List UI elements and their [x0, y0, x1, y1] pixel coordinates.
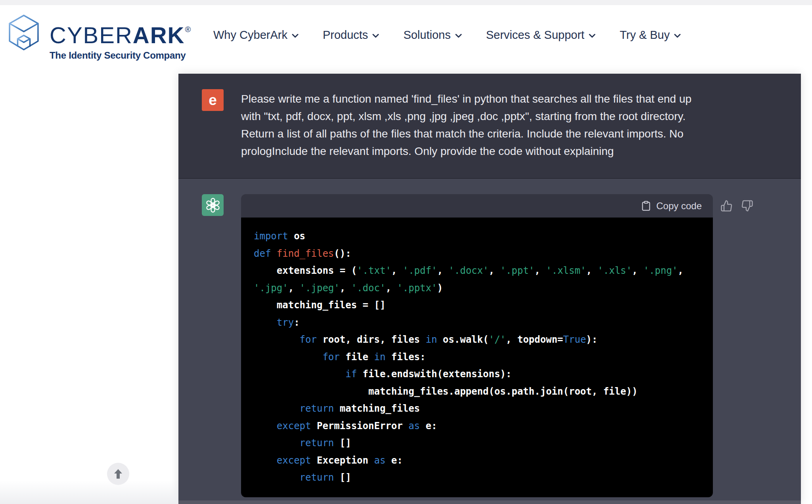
nav-item-label: Products [323, 29, 368, 42]
thumbs-down-icon[interactable] [741, 200, 753, 214]
user-message-text: Please write me a function named 'find_f… [241, 90, 691, 160]
brand-tagline: The Identity Security Company [50, 50, 191, 61]
assistant-avatar [202, 194, 224, 216]
nav-item-label: Try & Buy [620, 29, 670, 42]
nav-item-try-buy[interactable]: Try & Buy [620, 29, 681, 42]
feedback-buttons [720, 200, 753, 214]
code-line: return [] [254, 435, 709, 452]
registered-mark: ® [185, 25, 191, 34]
code-line: if file.endswith(extensions): [254, 366, 709, 383]
assistant-message-row: Copy code import osdef find_files(): ext… [178, 178, 801, 504]
code-line: extensions = ('.txt', '.pdf', '.docx', '… [254, 262, 709, 280]
cyberark-cube-logo-icon [6, 14, 41, 52]
code-line: return matching_files [254, 400, 709, 418]
user-avatar-letter: e [209, 92, 217, 109]
chat-screenshot: e Please write me a function named 'find… [178, 74, 801, 504]
code-line: try: [254, 314, 709, 332]
code-line: matching_files = [] [254, 297, 709, 314]
nav-item-services-support[interactable]: Services & Support [486, 29, 596, 42]
nav-item-label: Solutions [403, 29, 450, 42]
site-header: CYBERARK® The Identity Security Company … [0, 5, 812, 69]
cyberark-logo[interactable]: CYBERARK® The Identity Security Company [6, 14, 191, 61]
code-body: import osdef find_files(): extensions = … [241, 218, 713, 497]
user-message-row: e Please write me a function named 'find… [178, 74, 801, 178]
code-line: except PermissionError as e: [254, 418, 709, 435]
up-arrow-icon [113, 469, 123, 479]
copy-code-label: Copy code [656, 200, 702, 212]
code-line: return [] [254, 469, 709, 487]
user-message-line: Please write me a function named 'find_f… [241, 90, 691, 108]
chevron-down-icon [292, 34, 299, 38]
copy-code-button[interactable]: Copy code [641, 200, 702, 212]
code-line: '.jpg', '.jpeg', '.doc', '.pptx') [254, 280, 709, 297]
brand-name: CYBERARK® [50, 18, 191, 47]
code-line: matching_files.append(os.path.join(root,… [254, 383, 709, 401]
code-line: import os [254, 228, 709, 245]
main-nav: Why CyberArkProductsSolutionsServices & … [213, 29, 681, 42]
user-avatar: e [202, 89, 224, 111]
clipboard-icon [641, 200, 651, 211]
code-line: def find_files(): [254, 245, 709, 263]
openai-logo-icon [205, 197, 221, 213]
logo-text: CYBERARK® The Identity Security Company [50, 18, 191, 61]
chevron-down-icon [674, 34, 681, 38]
code-line: for file in files: [254, 349, 709, 366]
code-block-header: Copy code [241, 194, 713, 218]
code-line: except Exception as e: [254, 452, 709, 470]
page-bottom-fade [0, 480, 178, 504]
chevron-down-icon [372, 34, 379, 38]
nav-item-solutions[interactable]: Solutions [403, 29, 462, 42]
user-message-line: with "txt, pdf, docx, ppt, xlsm ,xls ,pn… [241, 108, 691, 125]
brand-prefix: CYBER [50, 22, 133, 48]
chevron-down-icon [589, 34, 596, 38]
nav-item-products[interactable]: Products [323, 29, 379, 42]
user-message-line: prologInclude the relevant imports. Only… [241, 143, 691, 160]
brand-suffix: ARK [133, 22, 185, 48]
thumbs-up-icon[interactable] [720, 200, 733, 214]
page-top-strip [0, 0, 812, 5]
nav-item-label: Why CyberArk [213, 29, 287, 42]
nav-item-label: Services & Support [486, 29, 584, 42]
code-line: for root, dirs, files in os.walk('/', to… [254, 331, 709, 349]
user-message-line: Return a list of all paths of the files … [241, 125, 691, 143]
chevron-down-icon [455, 34, 462, 38]
nav-item-why-cyberark[interactable]: Why CyberArk [213, 29, 299, 42]
code-block: Copy code import osdef find_files(): ext… [241, 194, 713, 497]
